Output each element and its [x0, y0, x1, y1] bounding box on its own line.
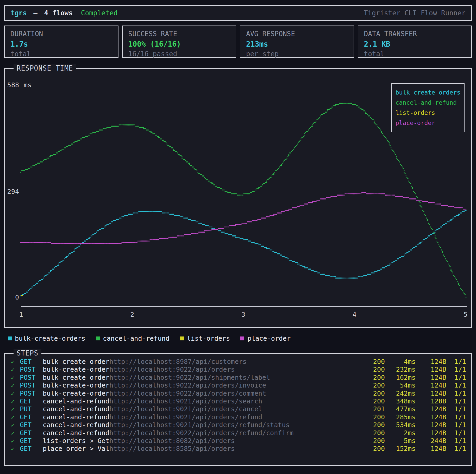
step-method: GET: [20, 429, 43, 437]
step-row: ✓PUTcancel-and-refund...http://localhost…: [11, 405, 466, 413]
title-separator: —: [33, 9, 37, 17]
x-tick-3: 3: [241, 311, 245, 318]
step-name: bulk-create-order...: [43, 390, 109, 397]
step-method: GET: [20, 437, 43, 445]
step-runs: 1/1: [446, 445, 466, 452]
stat-card-data-transfer: DATA TRANSFER 2.1 KB total: [358, 26, 472, 58]
flows-count: 4 flows: [44, 9, 73, 17]
legend-strip-item-cancel-and-refund: cancel-and-refund: [96, 335, 170, 342]
step-method: POST: [20, 390, 43, 397]
steps-list[interactable]: ✓GETbulk-create-order...http://localhost…: [11, 358, 466, 453]
legend-strip-label: cancel-and-refund: [103, 335, 170, 342]
step-duration: 348ms: [385, 397, 416, 405]
step-duration: 4ms: [385, 358, 416, 365]
step-status-code: 200: [365, 358, 385, 365]
step-row: ✓POSTbulk-create-order...http://localhos…: [11, 374, 466, 382]
chart-legend-box: bulk-create-orderscancel-and-refundlist-…: [391, 83, 465, 132]
stat-label: SUCCESS RATE: [128, 30, 230, 38]
status-badge: Completed: [81, 9, 118, 17]
step-name: list-orders > Get...: [43, 437, 109, 445]
stat-value: 213ms: [246, 40, 348, 48]
stat-value: 1.7s: [10, 40, 112, 48]
step-name: cancel-and-refund...: [43, 397, 109, 405]
step-duration: 285ms: [385, 413, 416, 421]
stat-value: 2.1 KB: [364, 40, 466, 48]
step-name: bulk-create-order...: [43, 366, 109, 373]
stat-sub: total: [364, 50, 466, 58]
stat-card-success-rate: SUCCESS RATE 100% (16/16) 16/16 passed: [122, 26, 236, 58]
step-row: ✓GETcancel-and-refund...http://localhost…: [11, 421, 466, 429]
stat-label: DATA TRANSFER: [364, 30, 466, 38]
step-row: ✓GETcancel-and-refund...http://localhost…: [11, 413, 466, 421]
step-runs: 1/1: [446, 413, 466, 421]
legend-swatch-icon: [240, 336, 244, 340]
y-tick-0: 0: [15, 294, 19, 301]
step-passed-check-icon: ✓: [11, 366, 20, 373]
legend-entry-cancel-and-refund: cancel-and-refund: [396, 98, 460, 108]
stat-card-avg-response: AVG RESPONSE 213ms per step: [240, 26, 354, 58]
step-size: 124B: [416, 358, 446, 365]
step-method: POST: [20, 366, 43, 373]
step-url: http://localhost:9022/api/orders/comment: [109, 390, 365, 397]
step-status-code: 200: [365, 374, 385, 381]
legend-swatch-icon: [96, 336, 100, 340]
step-url: http://localhost:9022/api/orders/invoice: [109, 382, 365, 389]
step-row: ✓POSTbulk-create-order...http://localhos…: [11, 382, 466, 389]
step-row: ✓GETcancel-and-refund...http://localhost…: [11, 397, 466, 405]
step-size: 124B: [416, 405, 446, 413]
step-method: GET: [20, 397, 43, 405]
content: tgrs — 4 flows Completed Tigrister CLI F…: [4, 5, 472, 466]
step-runs: 1/1: [446, 382, 466, 389]
step-runs: 1/1: [446, 390, 466, 397]
step-name: cancel-and-refund...: [43, 413, 109, 421]
steps-panel: STEPS ✓GETbulk-create-order...http://loc…: [4, 353, 472, 466]
y-axis-unit: ms: [24, 81, 32, 89]
step-url: http://localhost:9022/api/shipments/labe…: [109, 374, 365, 381]
step-row: ✓GETlist-orders > Get...http://localhost…: [11, 437, 466, 445]
step-method: POST: [20, 382, 43, 389]
stat-sub: total: [10, 50, 112, 58]
step-name: bulk-create-order...: [43, 382, 109, 389]
product-name: Tigrister CLI Flow Runner: [364, 9, 466, 17]
y-tick-588: 588: [7, 81, 19, 89]
step-passed-check-icon: ✓: [11, 358, 20, 366]
step-method: PUT: [20, 405, 43, 413]
step-size: 244B: [416, 437, 446, 445]
stat-sub: per step: [246, 50, 348, 58]
step-row: ✓POSTbulk-create-order...http://localhos…: [11, 390, 466, 397]
step-runs: 1/1: [446, 397, 466, 405]
step-duration: 232ms: [385, 366, 416, 373]
step-status-code: 200: [365, 421, 385, 429]
legend-strip-item-bulk-create-orders: bulk-create-orders: [8, 335, 85, 342]
step-method: GET: [20, 413, 43, 421]
stat-card-duration: DURATION 1.7s total: [4, 26, 118, 58]
step-runs: 1/1: [446, 405, 466, 413]
step-runs: 1/1: [446, 437, 466, 445]
step-method: GET: [20, 421, 43, 429]
step-row: ✓GETplace-order > Val...http://localhost…: [11, 445, 466, 453]
step-passed-check-icon: ✓: [11, 390, 20, 397]
step-url: http://localhost:9021/api/orders/cancel: [109, 405, 365, 413]
steps-title: STEPS: [14, 349, 41, 357]
step-size: 124B: [416, 366, 446, 373]
step-name: place-order > Val...: [43, 445, 109, 452]
step-duration: 477ms: [385, 405, 416, 413]
step-passed-check-icon: ✓: [11, 445, 20, 453]
x-tick-1: 1: [19, 311, 23, 318]
step-size: 124B: [416, 382, 446, 389]
x-tick-2: 2: [130, 311, 134, 318]
step-url: http://localhost:8585/api/orders: [109, 445, 365, 452]
step-passed-check-icon: ✓: [11, 414, 20, 421]
step-row: ✓POSTbulk-create-order...http://localhos…: [11, 366, 466, 373]
legend-swatch-icon: [180, 336, 184, 340]
step-duration: 534ms: [385, 421, 416, 429]
step-name: bulk-create-order...: [43, 374, 109, 381]
step-runs: 1/1: [446, 366, 466, 373]
step-size: 124B: [416, 413, 446, 421]
step-status-code: 200: [365, 366, 385, 373]
step-duration: 2ms: [385, 429, 416, 437]
step-size: 124B: [416, 445, 446, 452]
step-size: 128B: [416, 397, 446, 405]
legend-entry-place-order: place-order: [396, 118, 460, 128]
step-status-code: 200: [365, 429, 385, 437]
